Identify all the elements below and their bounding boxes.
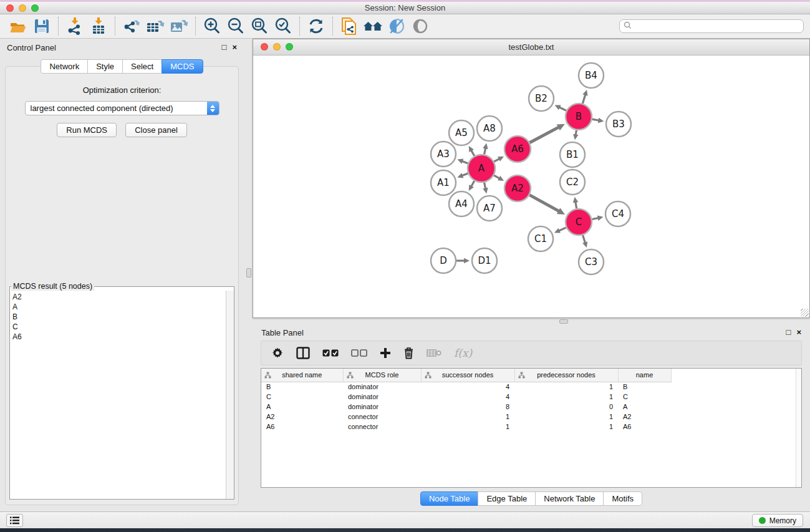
table-cell[interactable]: dominator: [343, 392, 421, 402]
mcds-list-scrollbar[interactable]: [226, 291, 234, 499]
hide-graphics-details-icon[interactable]: [385, 16, 408, 37]
table-cell[interactable]: A2: [618, 412, 671, 422]
vertical-split-divider[interactable]: [244, 39, 253, 511]
first-neighbors-icon[interactable]: [361, 16, 385, 37]
delete-columns-trash-icon[interactable]: [403, 344, 414, 362]
table-cell[interactable]: C: [261, 392, 343, 402]
table-cell[interactable]: A: [261, 402, 343, 412]
tab-motifs[interactable]: Motifs: [603, 491, 642, 506]
export-image-icon[interactable]: [167, 16, 191, 37]
add-column-icon[interactable]: [380, 344, 391, 362]
zoom-selected-icon[interactable]: [271, 16, 295, 37]
horizontal-split-divider[interactable]: [253, 318, 810, 324]
settings-gear-icon[interactable]: [271, 344, 284, 362]
list-item[interactable]: C: [12, 322, 226, 332]
function-builder-icon[interactable]: f(x): [454, 344, 472, 362]
export-network-icon[interactable]: [120, 16, 143, 37]
float-panel-icon[interactable]: □: [786, 329, 791, 336]
clone-network-icon[interactable]: [337, 16, 361, 37]
table-cell[interactable]: A6: [261, 422, 343, 432]
open-session-icon[interactable]: [6, 16, 30, 37]
zoom-in-icon[interactable]: [200, 16, 224, 37]
minimize-window-button[interactable]: [19, 4, 26, 12]
zoom-out-icon[interactable]: [224, 16, 248, 37]
table-cell[interactable]: 1: [514, 422, 618, 432]
save-session-icon[interactable]: [30, 16, 54, 37]
close-panel-icon[interactable]: ×: [796, 329, 801, 336]
network-canvas[interactable]: B4B2BB3B1A5A8A6A3AA1A2C2A4A7C4CC1C3DD1: [253, 56, 809, 317]
table-row[interactable]: Cdominator41C: [261, 392, 671, 402]
graph-edge-C-C1[interactable]: [558, 228, 566, 231]
search-input[interactable]: [634, 22, 799, 31]
list-item[interactable]: A: [12, 302, 226, 312]
table-cell[interactable]: dominator: [343, 402, 421, 412]
close-panel-icon[interactable]: ×: [232, 44, 237, 51]
list-item[interactable]: A6: [12, 332, 226, 342]
tab-style[interactable]: Style: [87, 59, 123, 74]
table-cell[interactable]: dominator: [343, 382, 421, 392]
table-cell[interactable]: connector: [343, 422, 421, 432]
column-header-shared-name[interactable]: shared name: [261, 369, 343, 382]
table-scrollbar[interactable]: [796, 369, 801, 487]
table-cell[interactable]: connector: [343, 412, 421, 422]
table-cell[interactable]: 1: [514, 392, 618, 402]
tab-mcds[interactable]: MCDS: [162, 59, 203, 74]
table-row[interactable]: A6connector11A6: [261, 422, 671, 432]
table-cell[interactable]: B: [261, 382, 343, 392]
network-minimize-button[interactable]: [273, 43, 281, 51]
list-item[interactable]: B: [12, 312, 226, 322]
deselect-all-checkboxes-icon[interactable]: [351, 344, 367, 362]
table-row[interactable]: Adominator80A: [261, 402, 671, 412]
select-all-checkboxes-icon[interactable]: [322, 344, 339, 362]
network-zoom-button[interactable]: [286, 43, 293, 51]
table-cell[interactable]: B: [618, 382, 671, 392]
criterion-dropdown[interactable]: largest connected component (directed): [25, 101, 219, 115]
graph-edge-B-B4[interactable]: [582, 94, 586, 104]
divider-handle[interactable]: [559, 319, 568, 324]
float-panel-icon[interactable]: □: [222, 44, 227, 51]
import-network-icon[interactable]: [63, 16, 87, 37]
show-graphics-details-eye-icon[interactable]: [408, 16, 432, 37]
import-table-icon[interactable]: [87, 16, 110, 37]
table-cell[interactable]: 4: [421, 382, 514, 392]
column-header-mcds-role[interactable]: MCDS role: [343, 369, 421, 382]
table-cell[interactable]: 0: [514, 402, 618, 412]
mcds-result-list[interactable]: A2ABCA6: [10, 291, 226, 499]
close-window-button[interactable]: [6, 4, 14, 12]
column-header-predecessor-nodes[interactable]: predecessor nodes: [514, 369, 618, 382]
table-row[interactable]: A2connector11A2: [261, 412, 671, 422]
tab-network-table[interactable]: Network Table: [535, 491, 604, 506]
zoom-fit-icon[interactable]: [248, 16, 271, 37]
window-titlebar[interactable]: Session: New Session: [0, 2, 810, 14]
graph-edge-B-B2[interactable]: [559, 107, 566, 110]
memory-button[interactable]: Memory: [752, 514, 803, 527]
graph-edge-A6-B[interactable]: [529, 127, 559, 142]
table-cell[interactable]: 1: [514, 382, 618, 392]
window-resize-grip[interactable]: [801, 309, 809, 317]
table-cell[interactable]: A6: [618, 422, 671, 432]
table-cell[interactable]: A: [618, 402, 671, 412]
run-mcds-button[interactable]: Run MCDS: [57, 123, 117, 137]
column-header-successor-nodes[interactable]: successor nodes: [421, 369, 514, 382]
tab-node-table[interactable]: Node Table: [420, 491, 479, 506]
table-cell[interactable]: A2: [261, 412, 343, 422]
network-window-titlebar[interactable]: testGlobe.txt: [253, 39, 809, 56]
graph-edge-A2-C[interactable]: [529, 195, 559, 211]
table-cell[interactable]: 1: [421, 412, 514, 422]
table-cell[interactable]: 1: [421, 422, 514, 432]
delete-table-icon[interactable]: [427, 344, 441, 362]
column-header-name[interactable]: name: [618, 369, 671, 382]
list-item[interactable]: A2: [12, 292, 226, 302]
table-cell[interactable]: 8: [421, 402, 514, 412]
close-panel-button[interactable]: Close panel: [125, 123, 187, 137]
table-cell[interactable]: 1: [514, 412, 618, 422]
search-field[interactable]: [619, 19, 804, 33]
table-row[interactable]: Bdominator41B: [261, 382, 671, 392]
apply-preferred-layout-icon[interactable]: [304, 16, 328, 37]
tab-edge-table[interactable]: Edge Table: [478, 491, 536, 506]
table-cell[interactable]: 4: [421, 392, 514, 402]
export-table-icon[interactable]: [143, 16, 167, 37]
table-cell[interactable]: C: [618, 392, 671, 402]
divider-handle[interactable]: [246, 268, 251, 278]
network-close-button[interactable]: [261, 43, 268, 51]
